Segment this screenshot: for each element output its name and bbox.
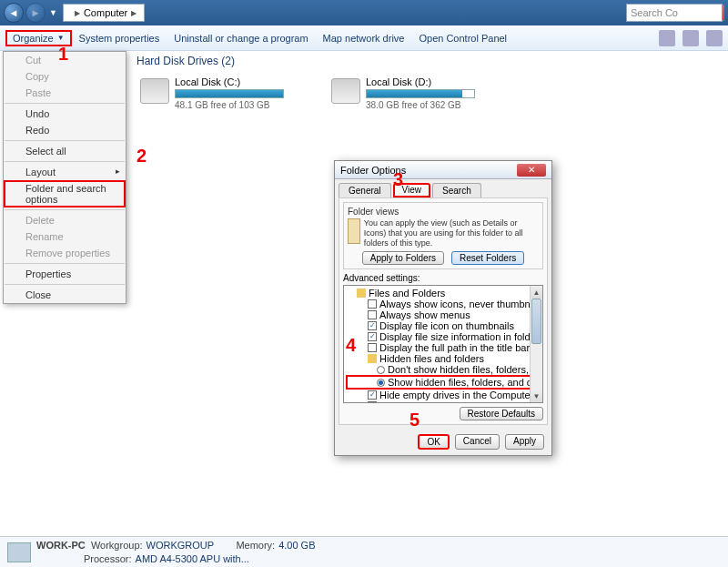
menu-folder-options[interactable]: Folder and search options xyxy=(4,180,126,208)
status-pc-name: WORK-PC xyxy=(36,540,86,551)
drive-free: 48.1 GB free of 103 GB xyxy=(175,100,284,110)
group-title: Folder views xyxy=(348,207,539,217)
drive-name: Local Disk (D:) xyxy=(366,76,475,87)
organize-button[interactable]: Organize▼ xyxy=(5,30,72,46)
forward-button[interactable]: ► xyxy=(25,3,46,23)
menu-select-all[interactable]: Select all xyxy=(4,143,126,159)
tab-view[interactable]: View xyxy=(393,183,431,197)
breadcrumb-root[interactable]: Computer xyxy=(84,7,127,18)
folder-views-text: You can apply the view (such as Details … xyxy=(364,218,539,248)
folder-icon xyxy=(368,354,377,363)
scroll-thumb[interactable] xyxy=(531,299,541,344)
view-options-icon[interactable] xyxy=(659,30,675,46)
search-placeholder: Search Co xyxy=(631,7,678,18)
menu-undo[interactable]: Undo xyxy=(4,106,126,122)
checkbox[interactable] xyxy=(368,310,377,319)
drive-icon xyxy=(331,78,360,104)
capacity-bar xyxy=(366,89,475,98)
menu-paste[interactable]: Paste xyxy=(4,85,126,101)
drive-free: 38.0 GB free of 362 GB xyxy=(366,100,475,110)
folder-views-group: Folder views You can apply the view (suc… xyxy=(343,202,543,269)
menu-redo[interactable]: Redo xyxy=(4,122,126,138)
history-dropdown-icon[interactable]: ▼ xyxy=(49,8,57,17)
dialog-close-button[interactable]: ✕ xyxy=(517,164,546,177)
dialog-tabs: General View Search xyxy=(335,179,551,197)
caret-down-icon: ▼ xyxy=(57,34,65,42)
checkbox[interactable] xyxy=(368,299,377,309)
tab-general[interactable]: General xyxy=(339,183,391,197)
dialog-titlebar[interactable]: Folder Options ✕ xyxy=(335,161,551,179)
menu-properties[interactable]: Properties xyxy=(4,266,126,282)
checkbox[interactable] xyxy=(368,343,377,352)
advanced-label: Advanced settings: xyxy=(343,273,543,283)
scroll-down-icon[interactable]: ▼ xyxy=(531,390,542,402)
dialog-title: Folder Options xyxy=(340,165,406,176)
search-input[interactable]: Search Co xyxy=(626,4,723,22)
status-bar: WORK-PC Workgroup:WORKGROUP Memory:4.00 … xyxy=(0,536,728,567)
restore-defaults-button[interactable]: Restore Defaults xyxy=(460,407,543,420)
show-hidden-option[interactable]: Show hidden files, folders, and drives xyxy=(346,375,541,390)
help-icon[interactable] xyxy=(706,30,723,46)
radio[interactable] xyxy=(377,366,385,374)
checkbox[interactable] xyxy=(368,401,377,403)
back-button[interactable]: ◄ xyxy=(4,3,24,23)
organize-menu: Cut Copy Paste Undo Redo Select all Layo… xyxy=(3,51,126,304)
system-properties-button[interactable]: System properties xyxy=(72,30,167,46)
menu-rename[interactable]: Rename xyxy=(4,228,126,245)
menu-copy[interactable]: Copy xyxy=(4,68,126,85)
menu-close[interactable]: Close xyxy=(4,287,126,303)
ok-button[interactable]: OK xyxy=(418,434,449,450)
uninstall-button[interactable]: Uninstall or change a program xyxy=(167,30,315,46)
preview-pane-icon[interactable] xyxy=(682,30,699,46)
computer-icon xyxy=(7,542,31,562)
tree-scrollbar[interactable]: ▲ ▼ xyxy=(530,286,542,402)
menu-delete[interactable]: Delete xyxy=(4,212,126,228)
cancel-button[interactable]: Cancel xyxy=(455,434,500,450)
menu-remove-props[interactable]: Remove properties xyxy=(4,245,126,261)
radio[interactable] xyxy=(377,379,385,387)
drive-icon xyxy=(140,78,169,104)
tab-search[interactable]: Search xyxy=(432,183,481,197)
drive-d[interactable]: Local Disk (D:) 38.0 GB free of 362 GB xyxy=(331,76,486,110)
open-cp-button[interactable]: Open Control Panel xyxy=(411,30,514,46)
toolbar: Organize▼ System properties Uninstall or… xyxy=(0,25,728,51)
checkbox[interactable]: ✓ xyxy=(368,390,377,400)
address-bar[interactable]: ▶ Computer ▶ xyxy=(63,4,145,22)
section-header: Hard Disk Drives (2) xyxy=(127,51,728,71)
chevron-right-icon[interactable]: ▶ xyxy=(131,9,136,17)
capacity-bar xyxy=(175,89,284,98)
reset-folders-button[interactable]: Reset Folders xyxy=(451,251,524,265)
folder-options-dialog: Folder Options ✕ General View Search Fol… xyxy=(334,160,552,456)
map-drive-button[interactable]: Map network drive xyxy=(316,30,412,46)
menu-layout[interactable]: Layout xyxy=(4,164,126,180)
drive-c[interactable]: Local Disk (C:) 48.1 GB free of 103 GB xyxy=(140,76,295,110)
checkbox[interactable]: ✓ xyxy=(368,321,377,330)
drive-name: Local Disk (C:) xyxy=(175,76,284,87)
advanced-settings-tree[interactable]: Files and Folders Always show icons, nev… xyxy=(343,285,543,403)
checkbox[interactable]: ✓ xyxy=(368,332,377,341)
chevron-right-icon: ▶ xyxy=(75,9,80,17)
menu-cut[interactable]: Cut xyxy=(4,52,126,68)
apply-to-folders-button[interactable]: Apply to Folders xyxy=(362,251,444,265)
apply-button[interactable]: Apply xyxy=(505,434,544,450)
scroll-up-icon[interactable]: ▲ xyxy=(531,286,542,299)
folder-views-icon xyxy=(348,218,360,244)
window-titlebar: ◄ ► ▼ ▶ Computer ▶ — □ ✕ xyxy=(0,0,728,25)
folder-icon xyxy=(357,289,366,298)
